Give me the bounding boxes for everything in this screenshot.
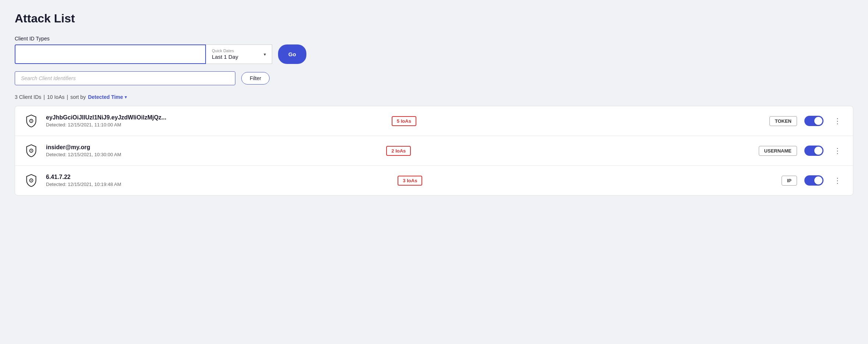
svg-point-3 (31, 150, 32, 151)
filter-section: Client ID Types Quick Dates Last 1 Day ▾… (15, 36, 853, 64)
ioa-badge: 2 IoAs (386, 146, 411, 156)
attack-list: eyJhbGciOiJlIUzl1NiJ9.eyJzdWliOilzMjQz..… (15, 106, 853, 196)
summary-bar: 3 Client IDs | 10 IoAs | sort by Detecte… (15, 94, 853, 100)
chevron-down-icon: ▾ (264, 52, 266, 57)
go-button[interactable]: Go (278, 44, 306, 64)
client-id-label: Client ID Types (15, 36, 853, 42)
more-vert-icon[interactable]: ⋮ (831, 115, 844, 127)
more-vert-icon[interactable]: ⋮ (831, 175, 844, 186)
sort-field-label: Detected Time (88, 94, 123, 100)
attack-id: 6.41.7.22 (46, 174, 237, 180)
table-row: insider@my.org Detected: 12/15/2021, 10:… (15, 136, 853, 166)
type-badge: IP (782, 176, 797, 186)
type-badge: USERNAME (759, 146, 797, 156)
svg-point-1 (31, 121, 32, 122)
sort-field[interactable]: Detected Time ▾ (88, 94, 127, 100)
ioa-badge: 3 IoAs (398, 176, 422, 186)
quick-dates-dropdown[interactable]: Quick Dates Last 1 Day ▾ (206, 44, 272, 64)
svg-point-5 (31, 180, 32, 181)
quick-dates-label: Quick Dates (212, 49, 259, 53)
attack-detected: Detected: 12/15/2021, 10:30:00 AM (46, 152, 379, 157)
shield-icon (24, 143, 39, 158)
attack-id: eyJhbGciOiJlIUzl1NiJ9.eyJzdWliOilzMjQz..… (46, 114, 237, 121)
attack-info: 6.41.7.22 Detected: 12/15/2021, 10:19:48… (46, 174, 390, 187)
filter-button[interactable]: Filter (241, 72, 270, 85)
attack-detected: Detected: 12/15/2021, 10:19:48 AM (46, 182, 390, 187)
table-row: eyJhbGciOiJlIUzl1NiJ9.eyJzdWliOilzMjQz..… (15, 106, 853, 136)
search-input[interactable] (15, 71, 235, 85)
toggle-thumb (814, 117, 822, 125)
attack-info: eyJhbGciOiJlIUzl1NiJ9.eyJzdWliOilzMjQz..… (46, 114, 384, 128)
attack-detected: Detected: 12/15/2021, 11:10:00 AM (46, 122, 384, 128)
search-filter-row: Filter (15, 71, 853, 85)
separator2: | (67, 94, 68, 100)
sort-arrow-icon: ▾ (125, 95, 127, 100)
toggle-switch[interactable] (804, 146, 823, 156)
ioa-badge: 5 IoAs (392, 116, 416, 126)
client-id-input[interactable] (15, 44, 206, 64)
shield-icon (24, 114, 39, 128)
toggle-thumb (814, 147, 822, 155)
ioas-count: 10 IoAs (47, 94, 64, 100)
table-row: 6.41.7.22 Detected: 12/15/2021, 10:19:48… (15, 166, 853, 195)
attack-info: insider@my.org Detected: 12/15/2021, 10:… (46, 144, 379, 157)
separator1: | (43, 94, 45, 100)
type-badge: TOKEN (769, 116, 797, 126)
quick-dates-value: Last 1 Day (212, 54, 259, 60)
toggle-switch[interactable] (804, 116, 823, 126)
toggle-thumb (814, 176, 822, 184)
more-vert-icon[interactable]: ⋮ (831, 145, 844, 157)
client-ids-count: 3 Client IDs (15, 94, 41, 100)
sort-by-label: sort by (70, 94, 86, 100)
quick-dates-inner: Quick Dates Last 1 Day (212, 49, 259, 60)
shield-icon (24, 173, 39, 188)
toggle-switch[interactable] (804, 175, 823, 186)
page-title: Attack List (15, 12, 853, 25)
attack-id: insider@my.org (46, 144, 237, 151)
top-controls: Quick Dates Last 1 Day ▾ Go (15, 44, 853, 64)
